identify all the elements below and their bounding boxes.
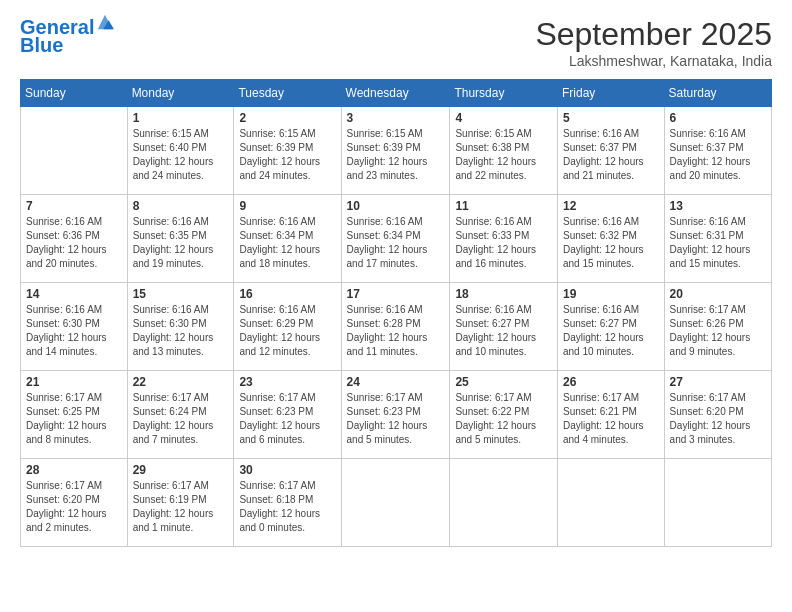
calendar-cell: 3Sunrise: 6:15 AM Sunset: 6:39 PM Daylig… — [341, 107, 450, 195]
calendar-table: SundayMondayTuesdayWednesdayThursdayFrid… — [20, 79, 772, 547]
weekday-header-tuesday: Tuesday — [234, 80, 341, 107]
weekday-header-saturday: Saturday — [664, 80, 771, 107]
cell-date-number: 6 — [670, 111, 766, 125]
calendar-cell: 19Sunrise: 6:16 AM Sunset: 6:27 PM Dayli… — [557, 283, 664, 371]
weekday-header-sunday: Sunday — [21, 80, 128, 107]
calendar-cell — [557, 459, 664, 547]
cell-info-text: Sunrise: 6:17 AM Sunset: 6:22 PM Dayligh… — [455, 391, 552, 447]
cell-info-text: Sunrise: 6:17 AM Sunset: 6:18 PM Dayligh… — [239, 479, 335, 535]
cell-date-number: 2 — [239, 111, 335, 125]
calendar-cell: 6Sunrise: 6:16 AM Sunset: 6:37 PM Daylig… — [664, 107, 771, 195]
cell-date-number: 22 — [133, 375, 229, 389]
cell-date-number: 15 — [133, 287, 229, 301]
cell-date-number: 8 — [133, 199, 229, 213]
calendar-cell: 18Sunrise: 6:16 AM Sunset: 6:27 PM Dayli… — [450, 283, 558, 371]
cell-date-number: 13 — [670, 199, 766, 213]
calendar-cell: 13Sunrise: 6:16 AM Sunset: 6:31 PM Dayli… — [664, 195, 771, 283]
week-row-5: 28Sunrise: 6:17 AM Sunset: 6:20 PM Dayli… — [21, 459, 772, 547]
cell-date-number: 30 — [239, 463, 335, 477]
calendar-cell: 28Sunrise: 6:17 AM Sunset: 6:20 PM Dayli… — [21, 459, 128, 547]
calendar-cell: 17Sunrise: 6:16 AM Sunset: 6:28 PM Dayli… — [341, 283, 450, 371]
cell-info-text: Sunrise: 6:16 AM Sunset: 6:27 PM Dayligh… — [563, 303, 659, 359]
calendar-cell: 22Sunrise: 6:17 AM Sunset: 6:24 PM Dayli… — [127, 371, 234, 459]
cell-info-text: Sunrise: 6:16 AM Sunset: 6:37 PM Dayligh… — [563, 127, 659, 183]
cell-date-number: 18 — [455, 287, 552, 301]
page: General Blue September 2025 Lakshmeshwar… — [0, 0, 792, 612]
calendar-cell: 24Sunrise: 6:17 AM Sunset: 6:23 PM Dayli… — [341, 371, 450, 459]
cell-info-text: Sunrise: 6:16 AM Sunset: 6:28 PM Dayligh… — [347, 303, 445, 359]
cell-info-text: Sunrise: 6:17 AM Sunset: 6:24 PM Dayligh… — [133, 391, 229, 447]
calendar-cell: 15Sunrise: 6:16 AM Sunset: 6:30 PM Dayli… — [127, 283, 234, 371]
cell-info-text: Sunrise: 6:15 AM Sunset: 6:39 PM Dayligh… — [347, 127, 445, 183]
cell-date-number: 5 — [563, 111, 659, 125]
weekday-header-thursday: Thursday — [450, 80, 558, 107]
calendar-cell: 16Sunrise: 6:16 AM Sunset: 6:29 PM Dayli… — [234, 283, 341, 371]
cell-date-number: 12 — [563, 199, 659, 213]
cell-info-text: Sunrise: 6:16 AM Sunset: 6:33 PM Dayligh… — [455, 215, 552, 271]
week-row-2: 7Sunrise: 6:16 AM Sunset: 6:36 PM Daylig… — [21, 195, 772, 283]
calendar-cell: 27Sunrise: 6:17 AM Sunset: 6:20 PM Dayli… — [664, 371, 771, 459]
cell-info-text: Sunrise: 6:15 AM Sunset: 6:38 PM Dayligh… — [455, 127, 552, 183]
cell-info-text: Sunrise: 6:17 AM Sunset: 6:23 PM Dayligh… — [347, 391, 445, 447]
cell-info-text: Sunrise: 6:16 AM Sunset: 6:35 PM Dayligh… — [133, 215, 229, 271]
cell-date-number: 23 — [239, 375, 335, 389]
cell-date-number: 20 — [670, 287, 766, 301]
cell-info-text: Sunrise: 6:17 AM Sunset: 6:21 PM Dayligh… — [563, 391, 659, 447]
cell-info-text: Sunrise: 6:17 AM Sunset: 6:20 PM Dayligh… — [670, 391, 766, 447]
cell-info-text: Sunrise: 6:16 AM Sunset: 6:37 PM Dayligh… — [670, 127, 766, 183]
cell-date-number: 1 — [133, 111, 229, 125]
cell-date-number: 28 — [26, 463, 122, 477]
calendar-cell: 30Sunrise: 6:17 AM Sunset: 6:18 PM Dayli… — [234, 459, 341, 547]
calendar-cell: 11Sunrise: 6:16 AM Sunset: 6:33 PM Dayli… — [450, 195, 558, 283]
month-title: September 2025 — [535, 16, 772, 53]
calendar-cell: 20Sunrise: 6:17 AM Sunset: 6:26 PM Dayli… — [664, 283, 771, 371]
week-row-3: 14Sunrise: 6:16 AM Sunset: 6:30 PM Dayli… — [21, 283, 772, 371]
week-row-1: 1Sunrise: 6:15 AM Sunset: 6:40 PM Daylig… — [21, 107, 772, 195]
calendar-cell: 21Sunrise: 6:17 AM Sunset: 6:25 PM Dayli… — [21, 371, 128, 459]
calendar-cell: 10Sunrise: 6:16 AM Sunset: 6:34 PM Dayli… — [341, 195, 450, 283]
calendar-cell: 8Sunrise: 6:16 AM Sunset: 6:35 PM Daylig… — [127, 195, 234, 283]
logo: General Blue — [20, 16, 114, 57]
calendar-cell: 9Sunrise: 6:16 AM Sunset: 6:34 PM Daylig… — [234, 195, 341, 283]
cell-info-text: Sunrise: 6:16 AM Sunset: 6:34 PM Dayligh… — [347, 215, 445, 271]
cell-info-text: Sunrise: 6:15 AM Sunset: 6:39 PM Dayligh… — [239, 127, 335, 183]
cell-date-number: 16 — [239, 287, 335, 301]
calendar-cell: 1Sunrise: 6:15 AM Sunset: 6:40 PM Daylig… — [127, 107, 234, 195]
weekday-header-friday: Friday — [557, 80, 664, 107]
calendar-cell: 29Sunrise: 6:17 AM Sunset: 6:19 PM Dayli… — [127, 459, 234, 547]
cell-date-number: 27 — [670, 375, 766, 389]
cell-date-number: 21 — [26, 375, 122, 389]
cell-info-text: Sunrise: 6:17 AM Sunset: 6:23 PM Dayligh… — [239, 391, 335, 447]
cell-info-text: Sunrise: 6:16 AM Sunset: 6:30 PM Dayligh… — [26, 303, 122, 359]
cell-date-number: 19 — [563, 287, 659, 301]
cell-date-number: 9 — [239, 199, 335, 213]
header: General Blue September 2025 Lakshmeshwar… — [20, 16, 772, 69]
cell-date-number: 4 — [455, 111, 552, 125]
cell-info-text: Sunrise: 6:16 AM Sunset: 6:32 PM Dayligh… — [563, 215, 659, 271]
cell-info-text: Sunrise: 6:17 AM Sunset: 6:20 PM Dayligh… — [26, 479, 122, 535]
calendar-cell — [450, 459, 558, 547]
location-subtitle: Lakshmeshwar, Karnataka, India — [535, 53, 772, 69]
calendar-cell — [341, 459, 450, 547]
calendar-cell: 4Sunrise: 6:15 AM Sunset: 6:38 PM Daylig… — [450, 107, 558, 195]
cell-info-text: Sunrise: 6:16 AM Sunset: 6:31 PM Dayligh… — [670, 215, 766, 271]
cell-date-number: 14 — [26, 287, 122, 301]
calendar-cell: 25Sunrise: 6:17 AM Sunset: 6:22 PM Dayli… — [450, 371, 558, 459]
cell-date-number: 7 — [26, 199, 122, 213]
cell-info-text: Sunrise: 6:16 AM Sunset: 6:30 PM Dayligh… — [133, 303, 229, 359]
calendar-cell: 23Sunrise: 6:17 AM Sunset: 6:23 PM Dayli… — [234, 371, 341, 459]
logo-icon — [96, 13, 114, 31]
title-block: September 2025 Lakshmeshwar, Karnataka, … — [535, 16, 772, 69]
cell-info-text: Sunrise: 6:17 AM Sunset: 6:19 PM Dayligh… — [133, 479, 229, 535]
cell-info-text: Sunrise: 6:17 AM Sunset: 6:25 PM Dayligh… — [26, 391, 122, 447]
cell-date-number: 25 — [455, 375, 552, 389]
cell-info-text: Sunrise: 6:16 AM Sunset: 6:36 PM Dayligh… — [26, 215, 122, 271]
calendar-cell — [21, 107, 128, 195]
calendar-cell: 5Sunrise: 6:16 AM Sunset: 6:37 PM Daylig… — [557, 107, 664, 195]
cell-date-number: 29 — [133, 463, 229, 477]
calendar-cell: 7Sunrise: 6:16 AM Sunset: 6:36 PM Daylig… — [21, 195, 128, 283]
cell-info-text: Sunrise: 6:17 AM Sunset: 6:26 PM Dayligh… — [670, 303, 766, 359]
cell-date-number: 11 — [455, 199, 552, 213]
cell-info-text: Sunrise: 6:16 AM Sunset: 6:27 PM Dayligh… — [455, 303, 552, 359]
cell-date-number: 3 — [347, 111, 445, 125]
